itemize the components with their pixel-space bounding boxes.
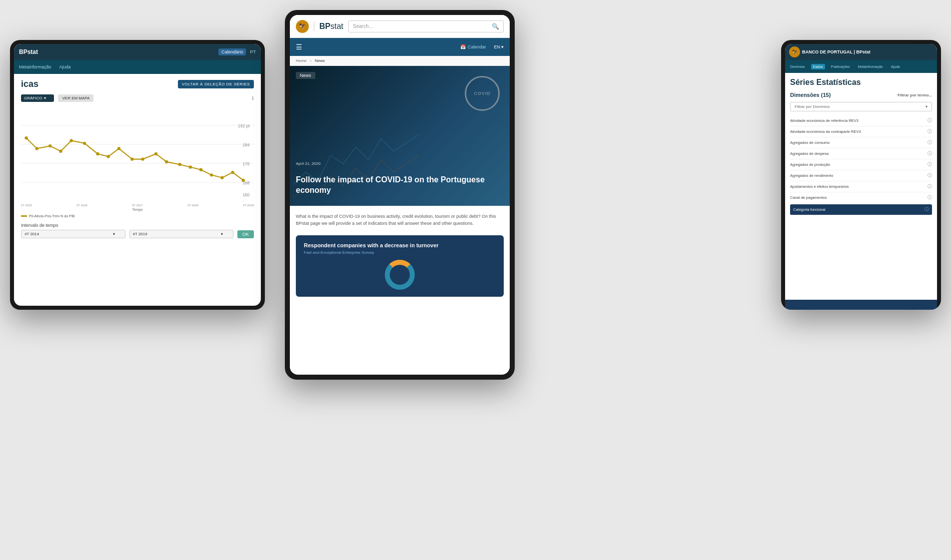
left-nav-ajuda[interactable]: Ajuda bbox=[59, 64, 71, 69]
chart-legend: PIl-Ativos-Pos-Trim-% do PIB bbox=[14, 212, 261, 220]
left-calendar-btn[interactable]: Calendário bbox=[218, 48, 246, 55]
time-interval-row: 4T 2014 ▾ 4T 2019 ▾ OK bbox=[21, 230, 254, 238]
svg-point-8 bbox=[69, 139, 72, 142]
right-nav-dados[interactable]: Dados bbox=[811, 64, 825, 69]
breadcrumb-current: News bbox=[315, 58, 325, 63]
info-circle-icon: ⓘ bbox=[928, 128, 932, 135]
lang-label: EN bbox=[494, 44, 500, 49]
center-card-chart bbox=[304, 260, 496, 290]
svg-point-13 bbox=[130, 157, 133, 160]
time-end-select[interactable]: 4T 2019 ▾ bbox=[129, 230, 234, 238]
center-search-box[interactable]: Search... 🔍 bbox=[348, 20, 504, 32]
right-domain-filter[interactable]: Filtrar por Domínios ▾ bbox=[790, 102, 932, 111]
hamburger-menu-icon[interactable]: ☰ bbox=[296, 43, 302, 51]
svg-point-21 bbox=[220, 176, 223, 179]
highlighted-item-label: Categoria funcional bbox=[793, 207, 826, 212]
left-controls: GRÁFICO ▾ VER EM MAPA ℹ bbox=[14, 92, 261, 104]
left-info-icon[interactable]: ℹ bbox=[252, 95, 254, 101]
list-item[interactable]: Agregados de despesa ⓘ bbox=[790, 148, 932, 159]
left-page-title: icas bbox=[21, 79, 38, 89]
list-item[interactable]: Canal de pagamentos ⓘ bbox=[790, 192, 932, 203]
hero-date: April 21, 2020 bbox=[296, 161, 320, 166]
svg-point-17 bbox=[178, 163, 181, 166]
left-back-button[interactable]: VOLTAR À SELEÇÃO DE SÉRIES bbox=[178, 80, 254, 88]
svg-point-12 bbox=[117, 147, 120, 150]
right-content: Séries Estatísticas Dimensões (15) Filtr… bbox=[785, 73, 937, 221]
left-nav-metainfo[interactable]: Metainformação bbox=[19, 64, 51, 69]
center-card-title: Respondent companies with a decrease in … bbox=[304, 242, 496, 248]
calendar-label: Calendar bbox=[468, 44, 486, 49]
list-item[interactable]: Atividade económica de referência REV3 ⓘ bbox=[790, 115, 932, 126]
svg-text:176: 176 bbox=[242, 161, 249, 166]
svg-text:192 pt: 192 pt bbox=[238, 123, 250, 128]
right-tablet: 🦅 BANCO DE PORTUGAL | BPstat Domínios Da… bbox=[781, 40, 941, 310]
list-item[interactable]: Ajustamentos e efeitos temporários ⓘ bbox=[790, 181, 932, 192]
left-brand: BPstat bbox=[19, 48, 218, 55]
breadcrumb: Home > News bbox=[290, 56, 510, 66]
svg-point-18 bbox=[189, 165, 192, 168]
time-ok-button[interactable]: OK bbox=[237, 230, 254, 238]
center-search-placeholder: Search... bbox=[353, 23, 489, 29]
center-body-text: What is the impact of COVID-19 on busine… bbox=[296, 213, 504, 227]
scene: BPstat Calendário PT Metainformação Ajud… bbox=[0, 0, 951, 560]
svg-point-7 bbox=[59, 150, 62, 153]
svg-point-14 bbox=[141, 157, 144, 160]
info-circle-icon: ⓘ bbox=[928, 172, 932, 179]
right-nav-publicacoes[interactable]: Publicações bbox=[829, 64, 852, 69]
calendar-icon: 📅 bbox=[460, 44, 466, 49]
legend-color-swatch bbox=[21, 215, 27, 217]
center-topbar: 🦅 BPstat Search... 🔍 bbox=[290, 15, 510, 38]
chevron-down-icon-end: ▾ bbox=[221, 232, 223, 236]
right-page-title: Séries Estatísticas bbox=[790, 78, 932, 87]
right-nav-metainfo[interactable]: Metainformação bbox=[856, 64, 885, 69]
left-chart-dropdown[interactable]: GRÁFICO ▾ bbox=[21, 94, 54, 102]
chart-area: 192 pt 184 176 168 160 bbox=[14, 104, 261, 204]
center-card-subtitle: Fast and Exceptional Enterprise Survey bbox=[304, 250, 496, 255]
center-body: What is the impact of COVID-19 on busine… bbox=[290, 206, 510, 304]
left-title-bar: icas VOLTAR À SELEÇÃO DE SÉRIES bbox=[14, 74, 261, 92]
info-circle-icon: ⓘ bbox=[928, 194, 932, 201]
center-calendar-nav[interactable]: 📅 Calendar bbox=[460, 44, 486, 49]
chart-legend-label: PIl-Ativos-Pos-Trim-% do PIB bbox=[29, 214, 75, 218]
right-filter-label: Filtrar por termo... bbox=[898, 93, 932, 97]
right-logo-icon: 🦅 bbox=[789, 46, 800, 57]
list-item-highlighted[interactable]: Categoria funcional ⓘ bbox=[790, 204, 932, 215]
svg-point-20 bbox=[210, 173, 213, 176]
right-domain-filter-label: Filtrar por Domínios bbox=[795, 104, 830, 109]
right-nav-ajuda[interactable]: Ajuda bbox=[889, 64, 902, 69]
info-circle-icon: ⓘ bbox=[928, 183, 932, 190]
svg-text:168: 168 bbox=[242, 180, 249, 185]
list-item[interactable]: Agregados de consumo ⓘ bbox=[790, 137, 932, 148]
svg-point-6 bbox=[48, 144, 51, 147]
center-lang-selector[interactable]: EN ▾ bbox=[494, 44, 504, 49]
svg-point-19 bbox=[199, 168, 202, 171]
right-nav: Domínios Dados Publicações Metainformaçã… bbox=[785, 60, 937, 73]
lang-chevron-icon: ▾ bbox=[501, 44, 504, 49]
list-item[interactable]: Agregados de produção ⓘ bbox=[790, 159, 932, 170]
donut-chart bbox=[385, 260, 415, 290]
info-circle-icon-highlighted: ⓘ bbox=[925, 206, 929, 213]
search-icon[interactable]: 🔍 bbox=[492, 23, 499, 30]
list-item[interactable]: Agregados de rendimento ⓘ bbox=[790, 170, 932, 181]
right-nav-dominios[interactable]: Domínios bbox=[788, 64, 807, 69]
info-circle-icon: ⓘ bbox=[928, 139, 932, 146]
breadcrumb-home[interactable]: Home bbox=[296, 58, 306, 63]
right-dimensions-label: Dimensões (15) bbox=[790, 92, 831, 98]
time-start-select[interactable]: 4T 2014 ▾ bbox=[21, 230, 125, 238]
center-card[interactable]: Respondent companies with a decrease in … bbox=[296, 235, 504, 297]
info-circle-icon: ⓘ bbox=[928, 161, 932, 168]
left-dropdown-label: GRÁFICO bbox=[24, 96, 42, 100]
center-navbar: ☰ 📅 Calendar EN ▾ bbox=[290, 38, 510, 56]
list-item[interactable]: Atividade económica da contraparte REV3 … bbox=[790, 126, 932, 137]
covid-stamp: COVID bbox=[465, 76, 500, 111]
svg-point-9 bbox=[83, 142, 86, 145]
left-lang[interactable]: PT bbox=[250, 49, 256, 54]
center-search-area: Search... 🔍 bbox=[348, 20, 504, 32]
left-map-button[interactable]: VER EM MAPA bbox=[58, 94, 93, 102]
center-brand: BPstat bbox=[319, 22, 343, 31]
x-axis-title: Tempo bbox=[14, 207, 261, 212]
svg-point-10 bbox=[96, 152, 99, 155]
svg-point-5 bbox=[35, 147, 38, 150]
svg-text:160: 160 bbox=[242, 192, 249, 197]
svg-point-22 bbox=[231, 171, 234, 174]
